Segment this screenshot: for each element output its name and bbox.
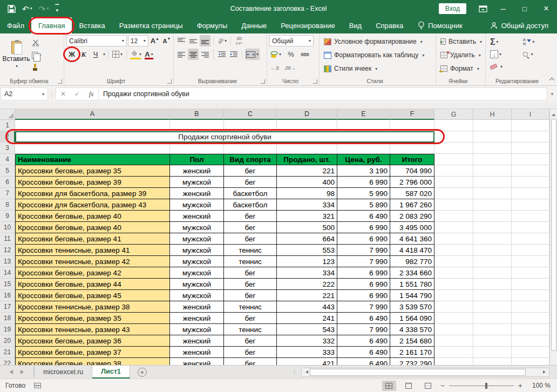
borders-icon[interactable]: ▾: [111, 49, 124, 60]
macro-record-icon[interactable]: [34, 383, 41, 388]
cell-B16[interactable]: мужской: [170, 290, 224, 301]
cell-G2[interactable]: [434, 131, 473, 143]
cell-G8[interactable]: [434, 199, 473, 211]
row-header-2[interactable]: 2: [0, 131, 15, 143]
cell-C20[interactable]: бег: [224, 335, 277, 347]
cell-H2[interactable]: [473, 131, 512, 143]
cell-I19[interactable]: [512, 324, 549, 335]
cell-D19[interactable]: 543: [277, 324, 337, 335]
cell-G19[interactable]: [434, 324, 473, 335]
cell-E21[interactable]: 6 490: [337, 347, 390, 358]
orientation-icon[interactable]: ab▾: [216, 35, 228, 46]
column-header-F[interactable]: F: [390, 109, 434, 120]
cell-C11[interactable]: бег: [224, 233, 277, 245]
merge-center-icon[interactable]: ▾: [245, 49, 260, 60]
cell-H18[interactable]: [473, 313, 512, 324]
cell-H13[interactable]: [473, 256, 512, 267]
cell-D8[interactable]: 334: [277, 199, 337, 211]
cell-E7[interactable]: 5 990: [337, 188, 390, 199]
insert-cells-button[interactable]: Вставить▾: [438, 35, 484, 48]
cell-F13[interactable]: 982 770: [390, 256, 434, 267]
close-button[interactable]: ×: [535, 0, 557, 17]
decrease-indent-icon[interactable]: [216, 49, 227, 60]
cell-B12[interactable]: мужской: [170, 245, 224, 256]
cell-C12[interactable]: теннис: [224, 245, 277, 256]
font-size-select[interactable]: 12▾: [128, 35, 148, 46]
cell-I12[interactable]: [512, 245, 549, 256]
cell-I16[interactable]: [512, 290, 549, 301]
scroll-right-icon[interactable]: [541, 368, 549, 376]
sheet-tab-microexcel[interactable]: microexcel.ru: [34, 366, 92, 379]
undo-icon[interactable]: ↶▾: [22, 5, 32, 13]
sort-filter-button[interactable]: АЯ▾: [523, 36, 551, 48]
minimize-button[interactable]: ─: [492, 0, 514, 17]
cell-H1[interactable]: [473, 120, 512, 131]
column-header-E[interactable]: E: [337, 109, 390, 120]
page-break-view-icon[interactable]: [421, 381, 435, 391]
cell-F12[interactable]: 4 418 470: [390, 245, 434, 256]
autosum-button[interactable]: Σ▾: [490, 36, 519, 48]
expand-formula-bar-icon[interactable]: ▾: [547, 91, 557, 97]
cell-I7[interactable]: [512, 188, 549, 199]
column-header-G[interactable]: G: [434, 109, 473, 120]
scroll-up-icon[interactable]: [550, 109, 557, 118]
cell-I8[interactable]: [512, 199, 549, 211]
cell-G5[interactable]: [434, 165, 473, 177]
cell-F1[interactable]: [390, 120, 434, 131]
cell-B19[interactable]: мужской: [170, 324, 224, 335]
cell-C19[interactable]: теннис: [224, 324, 277, 335]
cell-E17[interactable]: 7 990: [337, 301, 390, 313]
row-header-17[interactable]: 17: [0, 301, 15, 313]
cell-C3[interactable]: [224, 143, 277, 154]
cell-A3[interactable]: [15, 143, 170, 154]
cell-G13[interactable]: [434, 256, 473, 267]
cell-D18[interactable]: 241: [277, 313, 337, 324]
cell-I3[interactable]: [512, 143, 549, 154]
cell-A12[interactable]: Кроссовки теннисные, размер 41: [15, 245, 170, 256]
cell-C16[interactable]: бег: [224, 290, 277, 301]
tab-Разметка страницы[interactable]: Разметка страницы: [112, 17, 190, 33]
cell-B5[interactable]: женский: [170, 165, 224, 177]
cell-H19[interactable]: [473, 324, 512, 335]
cell-C15[interactable]: бег: [224, 279, 277, 290]
tab-Формулы[interactable]: Формулы: [190, 17, 235, 33]
cell-D12[interactable]: 553: [277, 245, 337, 256]
cell-A7[interactable]: Кроссовки для баскетбола, размер 39: [15, 188, 170, 199]
cell-G10[interactable]: [434, 222, 473, 233]
cell-I21[interactable]: [512, 347, 549, 358]
row-header-11[interactable]: 11: [0, 233, 15, 245]
cell-H12[interactable]: [473, 245, 512, 256]
cell-E6[interactable]: 6 990: [337, 177, 390, 188]
cell-G9[interactable]: [434, 211, 473, 222]
cell-B7[interactable]: женский: [170, 188, 224, 199]
cell-C17[interactable]: теннис: [224, 301, 277, 313]
cell-I22[interactable]: [512, 358, 549, 365]
cell-E3[interactable]: [337, 143, 390, 154]
cell-B9[interactable]: женский: [170, 211, 224, 222]
row-header-10[interactable]: 10: [0, 222, 15, 233]
horizontal-scroll-thumb[interactable]: [310, 369, 526, 376]
cell-D3[interactable]: [277, 143, 337, 154]
column-header-D[interactable]: D: [277, 109, 337, 120]
cell-D10[interactable]: 500: [277, 222, 337, 233]
cell-F18[interactable]: 1 564 090: [390, 313, 434, 324]
tab-Файл[interactable]: Файл: [0, 17, 31, 33]
cell-A15[interactable]: Кроссовки беговые, размер 44: [15, 279, 170, 290]
cell-F3[interactable]: [390, 143, 434, 154]
align-center-icon[interactable]: [188, 49, 199, 60]
cell-E4[interactable]: Цена, руб.: [337, 154, 390, 165]
align-right-icon[interactable]: [200, 49, 210, 60]
name-box[interactable]: A2▾: [1, 87, 48, 100]
cell-F17[interactable]: 3 539 570: [390, 301, 434, 313]
cell-C13[interactable]: теннис: [224, 256, 277, 267]
cell-D17[interactable]: 443: [277, 301, 337, 313]
cell-C22[interactable]: бег: [224, 358, 277, 365]
cell-A6[interactable]: Кроссовки беговые, размер 39: [15, 177, 170, 188]
cell-G4[interactable]: [434, 154, 473, 165]
cell-F16[interactable]: 1 544 790: [390, 290, 434, 301]
row-header-20[interactable]: 20: [0, 335, 15, 347]
cell-A20[interactable]: Кроссовки беговые, размер 36: [15, 335, 170, 347]
cell-A2-merged-title[interactable]: Продажи спортивной обуви: [15, 131, 434, 143]
cell-B6[interactable]: мужской: [170, 177, 224, 188]
cell-H3[interactable]: [473, 143, 512, 154]
